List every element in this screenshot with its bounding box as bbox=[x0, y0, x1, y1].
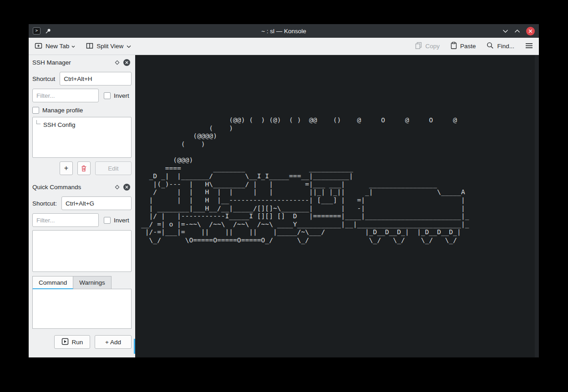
pin-icon[interactable] bbox=[45, 28, 51, 34]
qc-filter-input[interactable] bbox=[32, 213, 99, 227]
quick-commands-float-button[interactable] bbox=[112, 182, 122, 192]
tab-command[interactable]: Command bbox=[32, 276, 73, 289]
ssh-shortcut-input[interactable] bbox=[60, 72, 132, 85]
ssh-manager-title: SSH Manager bbox=[32, 59, 112, 66]
ssh-manager-close-button[interactable] bbox=[122, 58, 132, 67]
minimize-button[interactable] bbox=[502, 29, 508, 33]
ssh-add-button[interactable]: + bbox=[60, 161, 73, 175]
manage-profile-label: Manage profile bbox=[42, 107, 83, 114]
copy-label: Copy bbox=[425, 43, 440, 50]
menu-button[interactable] bbox=[525, 43, 533, 50]
new-tab-icon bbox=[35, 42, 42, 50]
new-tab-menu-chevron-icon[interactable] bbox=[71, 42, 75, 49]
split-view-icon bbox=[86, 42, 93, 50]
maximize-button[interactable] bbox=[514, 29, 520, 33]
quick-commands-title: Quick Commands bbox=[32, 184, 112, 191]
qc-invert-checkbox[interactable] bbox=[104, 217, 111, 224]
split-view-chevron-icon bbox=[127, 43, 131, 50]
new-tab-button[interactable]: New Tab bbox=[35, 42, 75, 50]
run-label: Run bbox=[72, 339, 83, 346]
quick-commands-list[interactable] bbox=[32, 230, 132, 272]
copy-icon bbox=[415, 42, 422, 50]
ssh-invert-label: Invert bbox=[114, 92, 129, 99]
ssh-invert-checkbox[interactable] bbox=[104, 92, 111, 99]
search-icon bbox=[487, 42, 494, 50]
ssh-filter-input[interactable] bbox=[32, 89, 99, 102]
paste-label: Paste bbox=[460, 43, 476, 50]
quick-commands-header: Quick Commands bbox=[32, 181, 132, 193]
run-button[interactable]: Run bbox=[54, 335, 90, 349]
tab-warnings[interactable]: Warnings bbox=[73, 276, 112, 289]
split-view-button[interactable]: Split View bbox=[86, 42, 131, 50]
find-label: Find... bbox=[497, 43, 514, 50]
close-button[interactable] bbox=[526, 27, 535, 35]
qc-add-button[interactable]: + Add bbox=[95, 335, 132, 349]
ssh-manager-float-button[interactable] bbox=[112, 58, 122, 67]
quick-commands-panel: Quick Commands Shortcut: Invert bbox=[32, 175, 132, 349]
paste-icon bbox=[451, 42, 457, 50]
toolbar: New Tab Split View Copy bbox=[29, 38, 539, 55]
tree-item-label: SSH Config bbox=[43, 121, 76, 128]
ssh-shortcut-label: Shortcut bbox=[32, 75, 55, 82]
run-icon bbox=[61, 338, 69, 347]
split-view-label: Split View bbox=[96, 43, 123, 50]
find-button[interactable]: Find... bbox=[487, 42, 514, 50]
ssh-manager-header: SSH Manager bbox=[32, 56, 132, 69]
paste-button[interactable]: Paste bbox=[451, 42, 476, 50]
new-tab-label: New Tab bbox=[46, 43, 69, 50]
hamburger-icon bbox=[525, 43, 533, 50]
ssh-delete-button[interactable] bbox=[77, 161, 91, 175]
tree-branch-icon bbox=[36, 120, 41, 124]
window-title: ~ : sl — Konsole bbox=[29, 28, 539, 35]
ssh-manager-panel: SSH Manager Shortcut Invert bbox=[32, 56, 132, 175]
qc-tabbar: Command Warnings bbox=[32, 276, 132, 289]
konsole-app-icon[interactable]: > bbox=[33, 27, 41, 35]
command-editor[interactable] bbox=[32, 289, 132, 329]
quick-commands-close-button[interactable] bbox=[122, 182, 132, 192]
konsole-window: > ~ : sl — Konsole New Tab bbox=[29, 24, 539, 357]
terminal-scrollbar[interactable] bbox=[535, 55, 539, 357]
ssh-config-tree[interactable]: SSH Config bbox=[32, 117, 132, 158]
terminal-viewport[interactable]: (@@) ( ) (@) ( ) @@ () @ O @ O @ ( ) (@@… bbox=[135, 55, 539, 357]
titlebar[interactable]: > ~ : sl — Konsole bbox=[29, 24, 539, 38]
ssh-edit-button[interactable]: Edit bbox=[95, 161, 132, 175]
qc-shortcut-input[interactable] bbox=[61, 196, 132, 210]
qc-shortcut-label: Shortcut: bbox=[32, 200, 57, 207]
terminal-output: (@@) ( ) (@) ( ) @@ () @ O @ O @ ( ) (@@… bbox=[141, 116, 469, 244]
copy-button[interactable]: Copy bbox=[415, 42, 440, 50]
manage-profile-checkbox[interactable] bbox=[32, 107, 39, 114]
qc-invert-label: Invert bbox=[114, 217, 129, 224]
sidebar: SSH Manager Shortcut Invert bbox=[29, 55, 135, 357]
tree-item-ssh-config[interactable]: SSH Config bbox=[36, 120, 128, 130]
